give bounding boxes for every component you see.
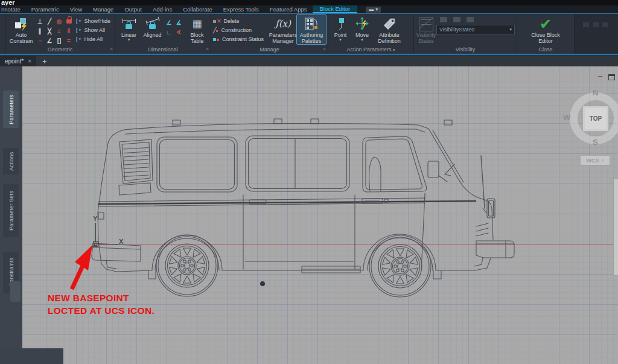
tab-parametric[interactable]: Parametric <box>26 5 65 13</box>
chevron-down-icon: ▾ <box>393 48 395 52</box>
panel-geometric: Auto Constrain ⊥ ╱ ◎ ∥ ╳ ≡ ‖ ○ ∠ [] = <box>5 14 115 54</box>
chevron-down-icon: ▾ <box>339 38 342 41</box>
panel-label-geometric[interactable]: Geometric » <box>5 46 115 54</box>
palette-tab-actions[interactable]: Actions <box>3 148 19 174</box>
radial-dimension-icon[interactable]: ∡ <box>174 18 183 27</box>
move-action-button[interactable]: Move ▾ <box>351 15 374 41</box>
block-table-button[interactable]: ▦ Block Table <box>185 15 209 44</box>
close-block-editor-button[interactable]: ✔ Close Block Editor <box>524 15 567 44</box>
ribbon-options-button[interactable]: ▬ ▾ <box>366 7 381 13</box>
concentric-constraint-icon[interactable]: ◎ <box>54 16 64 26</box>
point-parameter-button[interactable]: Point ▾ <box>330 15 351 41</box>
drawing-tab-active[interactable]: epoint* × <box>0 56 36 66</box>
auto-constrain-button[interactable]: Auto Constrain <box>7 15 35 44</box>
constraint-status-label: Constraint Status <box>222 36 264 42</box>
hide-all-button[interactable]: [ ✦ Hide All <box>76 34 110 43</box>
drawing-tab-bar: epoint* × + <box>0 56 618 66</box>
point-parameter-icon <box>335 16 346 32</box>
block-table-icon: ▦ <box>192 16 202 32</box>
bracket-icon: [ <box>76 36 78 42</box>
aligned-dimension-icon <box>146 16 159 32</box>
panel-label-action-parameters[interactable]: Action Parameters ▾ <box>328 46 413 54</box>
panel-expander-icon[interactable]: » <box>110 46 113 53</box>
canvas-vertical-scrollbar[interactable] <box>613 178 618 276</box>
drawing-canvas[interactable] <box>22 66 618 364</box>
show-all-button[interactable]: [ ✦ Show All <box>76 25 110 34</box>
tab-annotate[interactable]: nnotate <box>0 5 26 13</box>
panel-label-visibility[interactable]: Visibility <box>414 46 517 54</box>
vertical-constraint-icon[interactable]: ‖ <box>64 26 74 36</box>
palette-tab-parameters[interactable]: Parameters <box>3 91 19 128</box>
tab-add-ins[interactable]: Add-ins <box>147 5 177 13</box>
tangent-constraint-icon[interactable]: ╱ <box>45 16 54 26</box>
show-hide-label: Show/Hide <box>84 18 110 24</box>
minimize-icon[interactable]: ─ <box>598 73 602 80</box>
collinear-constraint-icon[interactable]: ╳ <box>45 26 54 36</box>
construction-button[interactable]: ╱ Construction <box>213 25 269 34</box>
panel-label-dimensional[interactable]: Dimensional » <box>115 46 211 54</box>
visibility-mode-icons <box>440 16 515 23</box>
perpendicular-constraint-icon[interactable]: ⊥ <box>35 16 45 26</box>
panel-label-close[interactable]: Close <box>517 46 574 54</box>
angular-dimension-icon[interactable]: ∠ <box>164 18 174 27</box>
make-invisible-icon[interactable] <box>453 17 460 22</box>
linear-constraint-button[interactable]: Linear ▾ <box>117 15 141 41</box>
equal-constraint-icon[interactable]: = <box>64 36 74 45</box>
panel-action-parameters: Point ▾ Move <box>328 14 414 54</box>
parameters-manager-button[interactable]: ƒ(x) Parameters Manager <box>269 15 297 44</box>
tab-featured-apps[interactable]: Featured Apps <box>264 5 313 13</box>
chevron-down-icon: ▾ <box>128 38 130 41</box>
lock-constraint-icon[interactable] <box>64 16 74 26</box>
viewcube-north[interactable]: N <box>593 88 598 97</box>
restore-window-icon[interactable] <box>608 74 615 80</box>
constraint-status-button[interactable]: Constraint Status <box>213 34 269 43</box>
ribbon-tab-bar: nnotate Parametric View Manage Output Ad… <box>0 5 618 13</box>
panel-label-manage[interactable]: Manage » <box>211 46 328 54</box>
palette-tab-parameter-sets[interactable]: Parameter Sets <box>3 184 19 237</box>
green-check-icon: ✔ <box>540 16 552 32</box>
close-block-editor-label: Close Block Editor <box>524 32 567 44</box>
tab-express-tools[interactable]: Express Tools <box>218 5 264 13</box>
angular-constraint-icon[interactable]: ∠ <box>45 36 54 45</box>
make-visible-icon[interactable] <box>440 17 447 22</box>
viewcube-south[interactable]: S <box>593 138 598 147</box>
show-hide-button[interactable]: [ ✦ Show/Hide <box>76 16 110 25</box>
aligned-constraint-button[interactable]: Aligned <box>141 15 164 38</box>
new-drawing-tab-button[interactable]: + <box>36 56 53 66</box>
visibility-states-icon <box>419 16 433 32</box>
constraint-icon-grid: ⊥ ╱ ◎ ∥ ╳ ≡ ‖ ○ ∠ [] = <box>35 16 74 45</box>
panel-expander-icon[interactable]: » <box>323 46 326 53</box>
coincident-constraint-icon[interactable]: ○ <box>35 36 45 45</box>
tab-block-editor[interactable]: Block Editor <box>313 5 358 13</box>
visibility-states-label: Visibility States <box>416 32 436 44</box>
tab-output[interactable]: Output <box>119 5 147 13</box>
panel-expander-icon[interactable]: » <box>206 46 209 53</box>
bulb-icon: ✦ <box>78 19 82 24</box>
show-all-label: Show All <box>84 27 105 33</box>
delete-button[interactable]: ✕ Delete <box>213 16 269 25</box>
tab-collaborate[interactable]: Collaborate <box>177 5 218 13</box>
attribute-definition-button[interactable]: Attribute Definition <box>374 15 405 44</box>
close-tab-icon[interactable]: × <box>28 58 31 65</box>
tab-manage[interactable]: Manage <box>88 5 119 13</box>
viewcube-west[interactable]: W <box>563 113 570 122</box>
parallel-constraint-icon[interactable]: ∥ <box>35 26 45 36</box>
visibility-state-dropdown[interactable]: VisibilityState0 ▾ <box>436 25 515 34</box>
construction-label: Construction <box>221 27 252 33</box>
visibility-mode-icon[interactable] <box>467 17 474 22</box>
tab-view[interactable]: View <box>65 5 88 13</box>
drawing-tab-label: epoint* <box>5 58 24 65</box>
autocad-block-editor-window: Y X NEW BASEPOINT LOCTED AT UCS ICON. N … <box>0 0 618 364</box>
wcs-dropdown[interactable]: WCS ▿ <box>580 155 610 165</box>
visibility-states-button[interactable]: Visibility States <box>416 15 436 44</box>
viewcube-top-face[interactable]: TOP <box>582 106 609 132</box>
auto-constrain-label: Auto Constrain <box>7 32 35 44</box>
horizontal-dimension-icon[interactable]: ∟ <box>164 27 174 37</box>
wcs-arrow-icon: ▿ <box>602 158 604 163</box>
convert-dimension-icon[interactable]: ∢ <box>174 27 183 37</box>
symmetric-constraint-icon[interactable]: [] <box>54 36 64 45</box>
authoring-palettes-button[interactable]: Authoring Palettes <box>297 15 326 44</box>
authoring-palettes-label: Authoring Palettes <box>297 32 326 44</box>
palette-scroll-thumb[interactable] <box>10 281 21 302</box>
smooth-constraint-icon[interactable]: ≡ <box>54 26 64 36</box>
